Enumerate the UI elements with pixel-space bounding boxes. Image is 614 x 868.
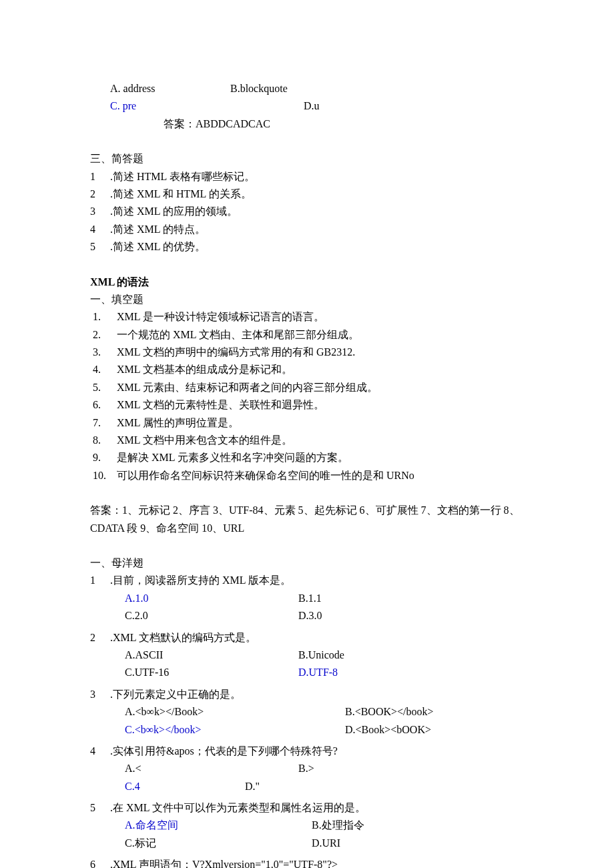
fill-num: 9. [93, 449, 117, 466]
fill-text: XML 文档中用来包含文本的组件是。 [117, 432, 292, 449]
q-text: .XML 文档默认的编码方式是。 [110, 629, 524, 646]
q4: 4.实体引用符&apos；代表的是下列哪个特殊符号? [90, 743, 524, 760]
opt-d: D.UTF-8 [298, 664, 338, 681]
q2: 2.XML 文档默认的编码方式是。 [90, 629, 524, 646]
opt-d: D." [245, 778, 260, 795]
section-title: 三、简答题 [90, 150, 524, 167]
sa-num: 4 [90, 221, 110, 238]
sa-num: 1 [90, 168, 110, 185]
q3-opts2: C.<b∞k></book> D.<Book><bOOK> [125, 721, 524, 739]
option-c: C. pre [110, 97, 304, 115]
fill-answer: 答案：1、元标记 2、序言 3、UTF-84、元素 5、起先标记 6、可扩展性 … [90, 502, 524, 537]
opt-a: A.ASCII [125, 646, 298, 664]
q2-opts2: C.UTF-16 D.UTF-8 [125, 664, 524, 681]
sa-num: 5 [90, 238, 110, 256]
q-text: .目前，阅读器所支持的 XML 版本是。 [110, 572, 524, 589]
sa-text: .简述 XML 的应用的领域。 [110, 203, 524, 220]
opt-c: C.4 [125, 778, 245, 795]
sa-num: 2 [90, 185, 110, 203]
opt-a: A.< [125, 760, 298, 777]
q4-opts2: C.4 D." [125, 778, 524, 795]
section-short-answer: 三、简答题 1.简述 HTML 表格有哪些标记。 2.简述 XML 和 HTML… [90, 150, 524, 256]
q1-opts: A.1.0 B.1.1 [125, 590, 524, 607]
q5-opts2: C.标记 D.URI [125, 835, 524, 852]
fill-text: XML 是一种设计特定领域标记语言的语言。 [117, 308, 324, 326]
q-num: 2 [90, 629, 110, 646]
fill-text: 一个规范的 XML 文档由、主体和尾部三部分组成。 [117, 326, 359, 344]
opt-a: A.<b∞k></Book> [125, 703, 345, 721]
section-choice: 一、母洋翅 1.目前，阅读器所支持的 XML 版本是。 A.1.0 B.1.1 … [90, 554, 524, 868]
q4-opts: A.< B.> [125, 760, 524, 777]
prev-question-options: A. address B.blockquote [110, 80, 524, 97]
fill-text: XML 属性的声明位置是。 [117, 414, 239, 432]
opt-d: D.<Book><bOOK> [345, 721, 431, 739]
fill-num: 5. [93, 379, 117, 396]
q2-opts: A.ASCII B.Unicode [125, 646, 524, 664]
fill-item: 5.XML 元素由、结束标记和两者之间的内容三部分组成。 [93, 379, 524, 396]
sa-text: .简述 XML 的特点。 [110, 221, 524, 238]
opt-b: B.Unicode [298, 646, 344, 664]
fill-item: 9.是解决 XML 元素多义性和名字冲突问题的方案。 [93, 449, 524, 466]
sa-item: 3.简述 XML 的应用的领域。 [90, 203, 524, 220]
fill-text: XML 文档基本的组成成分是标记和。 [117, 361, 292, 378]
opt-b: B.处理指令 [312, 817, 364, 834]
fill-num: 2. [93, 326, 117, 344]
choice-title: 一、母洋翅 [90, 554, 524, 572]
fill-text: XML 文档的元素特性是、关联性和迴异性。 [117, 396, 324, 414]
q5-opts: A.命名空间 B.处理指令 [125, 817, 524, 834]
opt-d: D.URI [312, 835, 340, 852]
q1: 1.目前，阅读器所支持的 XML 版本是。 [90, 572, 524, 589]
q-num: 6 [90, 856, 110, 868]
fill-num: 8. [93, 432, 117, 449]
option-b: B.blockquote [230, 80, 288, 97]
syntax-title: XML 的语法 [90, 274, 524, 291]
opt-c: C.2.0 [125, 607, 298, 624]
prev-question-options-row2: C. pre D.u [110, 97, 524, 115]
fill-item: 4.XML 文档基本的组成成分是标记和。 [93, 361, 524, 378]
fill-item: 2.一个规范的 XML 文档由、主体和尾部三部分组成。 [93, 326, 524, 344]
q6: 6.XML 声明语句：V?Xmlversion="1.0"="UTF-8"?> [90, 856, 524, 868]
fill-text: XML 文档的声明中的编码方式常用的有和 GB2312. [117, 344, 355, 361]
fill-num: 3. [93, 344, 117, 361]
q3-opts: A.<b∞k></Book> B.<BOOK></book> [125, 703, 524, 721]
sa-text: .简述 XML 的优势。 [110, 238, 524, 256]
opt-a: A.命名空间 [125, 817, 312, 834]
opt-c: C.<b∞k></book> [125, 721, 345, 739]
fill-text: XML 元素由、结束标记和两者之间的内容三部分组成。 [117, 379, 378, 396]
answer-key-top: 答案：ABDDCADCAC [164, 115, 524, 133]
fill-item: 7.XML 属性的声明位置是。 [93, 414, 524, 432]
fill-item: 1.XML 是一种设计特定领域标记语言的语言。 [93, 308, 524, 326]
sa-item: 1.简述 HTML 表格有哪些标记。 [90, 168, 524, 185]
fill-item: 10.可以用作命名空间标识符来确保命名空间的唯一性的是和 URNo [93, 467, 524, 484]
opt-d: D.3.0 [298, 607, 322, 624]
q1-opts2: C.2.0 D.3.0 [125, 607, 524, 624]
fill-num: 1. [93, 308, 117, 326]
fill-item: 8.XML 文档中用来包含文本的组件是。 [93, 432, 524, 449]
q-num: 4 [90, 743, 110, 760]
fill-item: 3.XML 文档的声明中的编码方式常用的有和 GB2312. [93, 344, 524, 361]
sa-item: 5.简述 XML 的优势。 [90, 238, 524, 256]
sa-num: 3 [90, 203, 110, 220]
fill-item: 6.XML 文档的元素特性是、关联性和迴异性。 [93, 396, 524, 414]
sa-item: 4.简述 XML 的特点。 [90, 221, 524, 238]
q-num: 3 [90, 686, 110, 703]
opt-b: B.> [298, 760, 314, 777]
opt-c: C.UTF-16 [125, 664, 298, 681]
q-num: 1 [90, 572, 110, 589]
q-text: .在 XML 文件中可以作为元素类型和属性名运用的是。 [110, 799, 524, 817]
q-text: .XML 声明语句：V?Xmlversion="1.0"="UTF-8"?> [110, 856, 524, 868]
q-text: .实体引用符&apos；代表的是下列哪个特殊符号? [110, 743, 524, 760]
fill-text: 可以用作命名空间标识符来确保命名空间的唯一性的是和 URNo [117, 467, 414, 484]
option-d: D.u [304, 97, 320, 115]
sa-text: .简述 HTML 表格有哪些标记。 [110, 168, 524, 185]
opt-a: A.1.0 [125, 590, 298, 607]
q5: 5.在 XML 文件中可以作为元素类型和属性名运用的是。 [90, 799, 524, 817]
opt-b: B.<BOOK></book> [345, 703, 434, 721]
fill-num: 10. [93, 467, 117, 484]
q-num: 5 [90, 799, 110, 817]
fill-text: 是解决 XML 元素多义性和名字冲突问题的方案。 [117, 449, 348, 466]
fill-num: 7. [93, 414, 117, 432]
opt-b: B.1.1 [298, 590, 322, 607]
section-xml-syntax: XML 的语法 一、填空题 1.XML 是一种设计特定领域标记语言的语言。 2.… [90, 274, 524, 485]
sa-text: .简述 XML 和 HTML 的关系。 [110, 185, 524, 203]
